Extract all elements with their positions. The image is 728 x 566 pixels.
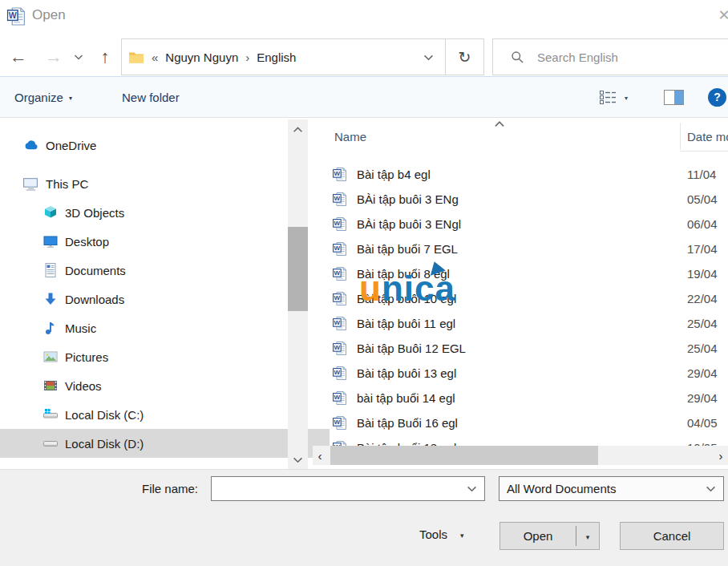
scroll-down-icon[interactable] — [288, 451, 308, 467]
file-date: 17/04 — [687, 242, 718, 256]
sidebar-item-label: Downloads — [65, 293, 124, 306]
file-date: 11/04 — [687, 168, 716, 181]
file-row[interactable]: Bài tập buôi 11 egl 25/04 — [313, 311, 728, 336]
dialog-footer: File name: All Word Documents Tools ▾ Op… — [0, 469, 728, 566]
file-type-value: All Word Documents — [499, 482, 698, 495]
folder-icon — [128, 51, 144, 63]
sidebar-scrollbar-thumb[interactable] — [288, 227, 308, 311]
tools-button[interactable]: Tools ▾ — [419, 528, 464, 541]
file-date: 05/04 — [687, 192, 718, 206]
column-header-name[interactable]: Name — [334, 130, 366, 144]
sidebar-item-documents[interactable]: Documents — [0, 256, 330, 285]
word-app-icon — [6, 6, 26, 26]
scroll-up-icon[interactable] — [288, 121, 308, 137]
up-button[interactable]: ↑ — [93, 38, 117, 75]
file-row[interactable]: Bài tập buôi 13 egl 29/04 — [313, 361, 728, 386]
word-file-icon — [333, 291, 347, 306]
file-row[interactable]: BÀi tập buôi 3 ENg 05/04 — [313, 187, 728, 212]
file-name: Bài tập b4 egl — [357, 168, 431, 181]
sidebar-item-videos[interactable]: Videos — [0, 371, 330, 400]
file-type-dropdown-icon — [698, 485, 723, 492]
forward-button: → — [42, 38, 66, 75]
sidebar-item-local-disk-d[interactable]: Local Disk (D:) — [0, 429, 330, 458]
back-button[interactable]: ← — [6, 38, 30, 75]
file-name: Bài tập buổi 7 EGL — [357, 242, 458, 256]
sidebar-item-label: Music — [65, 321, 96, 335]
file-date: 06/04 — [687, 217, 718, 231]
refresh-button[interactable]: ↻ — [445, 39, 483, 75]
word-file-icon — [333, 316, 347, 331]
column-header-date-modified[interactable]: Date modified — [687, 130, 728, 144]
word-file-icon — [333, 266, 347, 281]
preview-pane-icon — [664, 90, 684, 105]
word-file-icon — [333, 341, 347, 356]
sidebar-item-downloads[interactable]: Downloads — [0, 285, 330, 313]
breadcrumb-item-parent[interactable]: Nguyn Nguyn — [165, 51, 238, 64]
file-name-label: File name: — [142, 482, 198, 495]
address-bar[interactable]: « Nguyn Nguyn › English ↻ — [121, 38, 484, 75]
sidebar-item-label: This PC — [46, 177, 88, 191]
sidebar-item-label: Pictures — [65, 350, 108, 364]
sidebar-item-local-disk-c[interactable]: Local Disk (C:) — [0, 400, 330, 429]
file-row[interactable]: bài tập buổi 14 egl 29/04 — [313, 386, 728, 410]
sidebar-item-music[interactable]: Music — [0, 313, 330, 342]
word-file-icon — [333, 241, 347, 257]
file-name-combo[interactable] — [211, 476, 485, 501]
file-row[interactable]: Bài tập Buổi 16 egl 04/05 — [313, 410, 728, 435]
file-date: 25/04 — [687, 317, 718, 330]
window-title: Open — [32, 7, 66, 23]
open-dropdown-icon[interactable]: ▾ — [576, 523, 599, 549]
file-name: Bài tập Buôi 12 EGL — [357, 342, 466, 355]
organize-button[interactable]: Organize ▾ — [14, 77, 72, 117]
scroll-left-icon[interactable]: ‹ — [313, 446, 327, 465]
new-folder-button[interactable]: New folder — [122, 77, 180, 117]
views-caret-icon: ▾ — [625, 93, 628, 102]
file-name-input[interactable] — [212, 477, 459, 500]
sort-ascending-icon[interactable] — [494, 120, 505, 127]
views-button[interactable]: ▾ — [600, 77, 628, 117]
help-icon: ? — [708, 88, 726, 107]
file-row[interactable]: Bài tập Buôi 12 EGL 25/04 — [313, 336, 728, 361]
documents-icon — [42, 262, 59, 278]
file-row[interactable]: Bài tập buổi 7 EGL 17/04 — [313, 237, 728, 261]
breadcrumb-separator-icon[interactable]: › — [245, 51, 249, 64]
tools-label: Tools — [419, 528, 447, 541]
sidebar-item-onedrive[interactable]: OneDrive — [0, 131, 309, 160]
file-type-dropdown[interactable]: All Word Documents — [499, 476, 724, 501]
sidebar-item-this-pc[interactable]: This PC — [0, 169, 309, 198]
music-icon — [42, 320, 59, 336]
close-icon[interactable]: ✕ — [714, 6, 728, 24]
cancel-button[interactable]: Cancel — [620, 522, 724, 550]
word-file-icon — [333, 167, 347, 182]
open-button[interactable]: Open — [500, 523, 576, 549]
sidebar-item-desktop[interactable]: Desktop — [0, 227, 330, 256]
file-row[interactable]: BÀi tập buôi 3 ENgl 06/04 — [313, 212, 728, 237]
word-file-icon — [333, 415, 347, 431]
file-row[interactable]: Bài tập buổi 8 egl 19/04 — [313, 261, 728, 286]
preview-pane-button[interactable] — [664, 77, 684, 117]
file-list-horizontal-scrollbar[interactable]: ‹ › — [313, 446, 728, 465]
file-date: 29/04 — [687, 391, 718, 405]
breadcrumb-overflow[interactable]: « — [152, 51, 158, 64]
file-row[interactable]: Bài tập buôi 10 egl 22/04 — [313, 286, 728, 311]
pictures-icon — [42, 349, 59, 365]
column-divider[interactable] — [680, 123, 681, 150]
disk-c-icon — [42, 406, 59, 422]
horizontal-scrollbar-thumb[interactable] — [330, 446, 598, 465]
sidebar-item-3d-objects[interactable]: 3D Objects — [0, 198, 330, 227]
scroll-right-icon[interactable]: › — [714, 446, 728, 465]
sidebar-scrollbar[interactable] — [288, 119, 308, 469]
breadcrumb-item-current[interactable]: English — [257, 51, 296, 64]
help-button[interactable]: ? — [708, 77, 726, 117]
open-split-button[interactable]: Open ▾ — [499, 522, 600, 550]
address-dropdown-icon[interactable] — [417, 54, 445, 61]
search-input[interactable] — [536, 50, 728, 65]
sidebar-item-label: Local Disk (D:) — [65, 437, 144, 451]
file-row[interactable]: Bài tập b4 egl 11/04 — [313, 162, 728, 187]
sidebar-item-pictures[interactable]: Pictures — [0, 342, 330, 371]
search-box[interactable] — [492, 38, 728, 75]
navigation-bar: ← → ↑ « Nguyn Nguyn › English — [0, 38, 728, 75]
recent-locations-dropdown-icon[interactable] — [71, 38, 87, 75]
new-folder-label: New folder — [122, 91, 180, 104]
file-name-dropdown-icon[interactable] — [459, 485, 484, 492]
